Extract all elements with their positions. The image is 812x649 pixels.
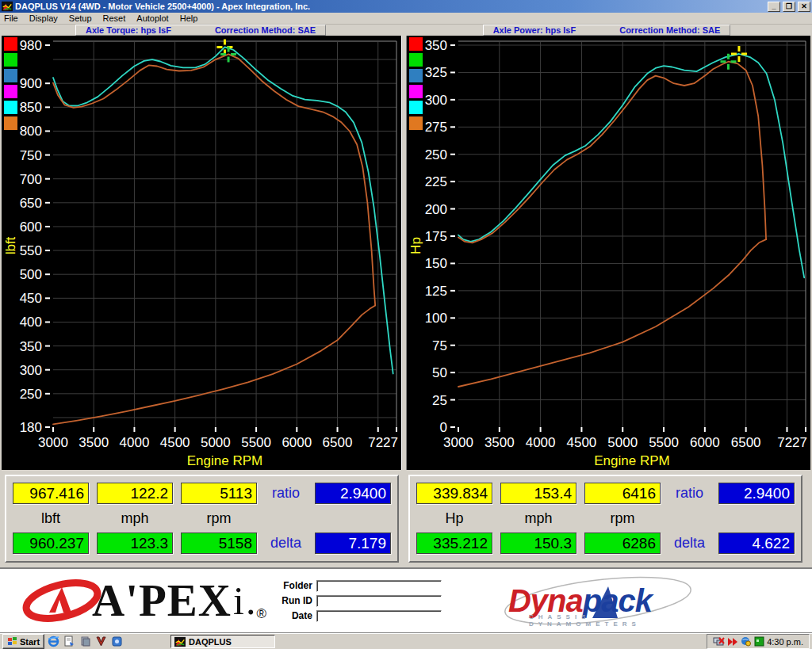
torque-unit-label: lbft — [13, 510, 89, 527]
menu-setup[interactable]: Setup — [63, 13, 98, 23]
svg-text:3000: 3000 — [443, 435, 473, 450]
windows-logo-icon — [7, 636, 17, 647]
svg-text:Hp: Hp — [408, 237, 423, 254]
delta-label: delta — [265, 533, 307, 554]
connection-alert-icon[interactable] — [741, 636, 752, 647]
svg-text:350: 350 — [20, 339, 42, 354]
power-unit-label: Hp — [416, 510, 492, 527]
svg-text:980: 980 — [20, 38, 42, 53]
start-button[interactable]: Start — [2, 634, 44, 649]
svg-text:3500: 3500 — [79, 435, 109, 450]
readout-area: 967.416 122.2 5113 ratio 2.9400 lbft mph… — [0, 470, 812, 567]
run-id-input[interactable] — [316, 595, 442, 607]
run-info-form: Folder Run ID Date — [274, 580, 442, 622]
registered-mark: ® — [256, 606, 266, 622]
app-window: DAQPLUS V14 (4WD - Motor Vehicle 2500+40… — [0, 0, 812, 649]
folder-label: Folder — [274, 580, 312, 591]
rpm-unit-label: rpm — [584, 510, 661, 527]
rpm-unit-label: rpm — [181, 510, 257, 527]
restore-button[interactable]: ❐ — [783, 2, 795, 12]
apex-logo: A'PEX i . ® — [22, 576, 266, 625]
chart-header-strip: Axle Torque: hps IsF Correction Method: … — [0, 25, 812, 36]
close-button[interactable]: ✕ — [798, 2, 810, 12]
nic-status-icon[interactable] — [754, 636, 764, 647]
svg-text:50: 50 — [432, 365, 447, 380]
svg-text:180: 180 — [20, 420, 42, 435]
torque-peak2-rpm: 5158 — [181, 533, 257, 554]
power-correction-method: Correction Method: SAE — [619, 25, 720, 35]
menu-autoplot[interactable]: Autoplot — [131, 13, 174, 23]
torque-peak2-mph: 123.3 — [97, 533, 173, 554]
menu-display[interactable]: Display — [24, 13, 63, 23]
delta-label: delta — [668, 533, 710, 554]
torque-peak2-value: 960.237 — [13, 533, 89, 554]
svg-text:4500: 4500 — [160, 435, 190, 450]
ratio-label: ratio — [668, 483, 710, 504]
torque-readout-panel: 967.416 122.2 5113 ratio 2.9400 lbft mph… — [5, 475, 399, 563]
power-chart-title: Axle Power: hps IsF — [493, 25, 576, 35]
svg-text:3500: 3500 — [485, 435, 515, 450]
taskbar: Start DAQPLUS — [0, 633, 812, 649]
title-bar: DAQPLUS V14 (4WD - Motor Vehicle 2500+40… — [0, 0, 812, 13]
svg-text:150: 150 — [425, 256, 447, 271]
svg-text:lbft: lbft — [3, 236, 18, 254]
ratio-value: 2.9400 — [315, 483, 391, 504]
svg-text:5000: 5000 — [607, 435, 638, 450]
power-chart[interactable]: 3503253002752502252001751501251007550250… — [407, 36, 810, 470]
ratio-value: 2.9400 — [718, 483, 795, 504]
dynapack-tagline: CHASSIS DYNAMOMETERS — [529, 613, 697, 628]
menu-reset[interactable]: Reset — [98, 13, 132, 23]
svg-text:600: 600 — [20, 220, 42, 235]
torque-chart-panel: 9809008508007507006506005505004504003503… — [2, 36, 401, 470]
svg-text:225: 225 — [425, 174, 447, 189]
torque-peak-rpm: 5113 — [181, 483, 257, 504]
power-chart-header: Axle Power: hps IsF Correction Method: S… — [483, 25, 731, 36]
delta-value: 4.622 — [718, 533, 795, 554]
delta-value: 7.179 — [315, 533, 391, 554]
clock[interactable]: 4:30 p.m. — [767, 637, 803, 647]
svg-text:4000: 4000 — [526, 435, 556, 450]
power-peak-rpm: 6416 — [584, 483, 661, 504]
svg-text:5500: 5500 — [649, 435, 679, 450]
app-icon — [174, 636, 186, 647]
svg-text:500: 500 — [20, 267, 42, 282]
svg-text:7227: 7227 — [368, 435, 398, 450]
dynapack-logo: Dynapack CHASSIS DYNAMOMETERS — [499, 572, 697, 629]
show-desktop-icon[interactable] — [63, 635, 76, 648]
power-peak2-value: 335.212 — [416, 533, 492, 554]
date-input[interactable] — [316, 610, 442, 622]
svg-text:100: 100 — [425, 311, 447, 326]
branding-strip: A'PEX i . ® Folder Run ID Date — [0, 567, 812, 633]
media-player-icon[interactable] — [94, 635, 108, 648]
svg-text:275: 275 — [425, 120, 447, 135]
svg-text:175: 175 — [425, 229, 447, 244]
svg-text:5000: 5000 — [201, 435, 231, 450]
svg-text:400: 400 — [20, 315, 42, 330]
start-label: Start — [20, 637, 40, 647]
apex-wordmark: A'PEX — [92, 577, 232, 624]
network-offline-icon[interactable] — [713, 636, 725, 647]
svg-text:200: 200 — [425, 202, 447, 217]
torque-chart-header: Axle Torque: hps IsF Correction Method: … — [75, 25, 326, 36]
torque-chart[interactable]: 9809008508007507006506005505004504003503… — [2, 36, 401, 470]
svg-text:300: 300 — [20, 363, 42, 378]
channels-icon[interactable] — [79, 635, 92, 648]
svg-text:700: 700 — [20, 172, 42, 187]
fast-forward-icon[interactable] — [727, 637, 738, 647]
system-tray: 4:30 p.m. — [707, 634, 810, 649]
ratio-label: ratio — [265, 483, 307, 504]
svg-text:5500: 5500 — [241, 435, 271, 450]
folder-input[interactable] — [316, 580, 442, 592]
messenger-icon[interactable] — [110, 635, 124, 648]
menu-file[interactable]: File — [0, 13, 24, 23]
svg-text:Engine RPM: Engine RPM — [594, 453, 669, 468]
svg-text:250: 250 — [20, 387, 42, 402]
taskbar-button-daqplus[interactable]: DAQPLUS — [170, 635, 275, 648]
minimize-button[interactable]: _ — [768, 2, 780, 12]
menu-help[interactable]: Help — [174, 13, 204, 23]
internet-explorer-icon[interactable] — [47, 635, 60, 648]
svg-text:4500: 4500 — [567, 435, 597, 450]
svg-text:Engine RPM: Engine RPM — [187, 453, 262, 468]
svg-text:6500: 6500 — [323, 435, 353, 450]
svg-text:75: 75 — [432, 338, 447, 353]
